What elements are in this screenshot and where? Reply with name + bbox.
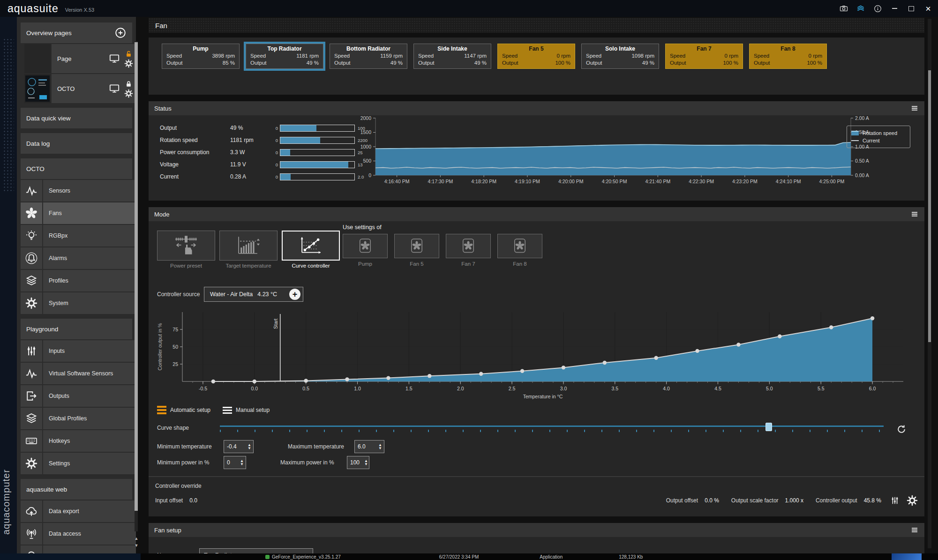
sidebar-item-data-quick-view[interactable]: Data quick view [21, 108, 132, 128]
max-temperature-stepper[interactable]: 6.0▲▼ [354, 440, 384, 453]
svg-text:0.00 A: 0.00 A [855, 172, 869, 178]
monitor-icon[interactable] [108, 82, 120, 95]
add-page-icon[interactable] [114, 27, 127, 39]
sidebar-item-settings[interactable]: Settings [21, 453, 136, 474]
fan-setup-title: Fan setup [154, 527, 181, 534]
sidebar-item-fans[interactable]: Fans [21, 202, 136, 224]
curve-controller-chart[interactable]: 255075-0.50.00.51.01.52.02.53.03.54.04.5… [155, 307, 915, 401]
stepper-arrows-icon[interactable]: ▲▼ [246, 443, 253, 450]
maximize-button[interactable] [906, 3, 916, 14]
add-source-icon[interactable]: + [289, 289, 300, 300]
tab-automatic-setup[interactable]: Automatic setup [157, 406, 210, 414]
main-scrollbar[interactable] [928, 19, 931, 548]
overview-page-item[interactable]: Page [24, 44, 136, 73]
sidebar-scrollbar[interactable] [135, 41, 138, 531]
mode-button-curve-controller[interactable]: Curve controller [282, 231, 340, 269]
lock-open-icon[interactable] [124, 50, 133, 59]
aquacomputer-vertical-brand: aquacomputer [1, 469, 12, 535]
fan-card-bottom-radiator[interactable]: Bottom RadiatorSpeed1159 rpmOutput49 % [330, 44, 407, 69]
page-title: Fan [155, 22, 167, 30]
sidebar-item-global-profiles[interactable]: Global Profiles [21, 408, 136, 429]
fan-card-side-intake[interactable]: Side IntakeSpeed1147 rpmOutput49 % [413, 44, 491, 69]
svg-text:4:18:20 PM: 4:18:20 PM [471, 179, 496, 184]
sidebar-item-virtual-software-sensors[interactable]: Virtual Software Sensors [21, 363, 136, 384]
sidebar-item-data-log[interactable]: Data log [21, 133, 132, 154]
lock-closed-icon[interactable] [124, 80, 133, 89]
sidebar-header-octo[interactable]: OCTO [21, 158, 132, 179]
status-metric-output: Output49 %0100 [160, 122, 368, 134]
slider-handle[interactable] [765, 423, 772, 431]
close-button[interactable]: ✕ [923, 3, 933, 14]
sidebar-item-data-export[interactable]: Data export [21, 500, 136, 522]
reset-curve-icon[interactable] [896, 424, 907, 435]
use-settings-pump[interactable]: Pump [343, 234, 388, 267]
override-gear-icon[interactable] [907, 495, 918, 506]
controller-source-dropdown[interactable]: Water - Air Delta 4.23 °C + [204, 287, 303, 302]
layers-icon [21, 270, 42, 291]
sidebar-item-alarms[interactable]: Alarms [21, 247, 136, 269]
minimize-button[interactable] [889, 3, 900, 14]
stepper-arrows-icon[interactable]: ▲▼ [362, 459, 370, 466]
monitor-icon[interactable] [108, 52, 120, 65]
metric-bar [280, 149, 355, 156]
svg-text:2.5: 2.5 [509, 386, 516, 391]
fan-card-pump[interactable]: PumpSpeed3898 rpmOutput85 % [162, 44, 240, 69]
gear-icon[interactable] [124, 89, 133, 98]
curve-shape-slider[interactable] [220, 424, 884, 434]
sidebar-item-label: Settings [43, 453, 136, 474]
mode-menu-icon[interactable] [910, 210, 919, 218]
stepper-arrows-icon[interactable]: ▲▼ [238, 459, 246, 466]
sidebar-item-sensors[interactable]: Sensors [21, 180, 136, 202]
sidebar-header-playground[interactable]: Playground [21, 319, 132, 339]
overview-page-item[interactable]: OCTO [24, 74, 136, 103]
sidebar: Overview pages Page OCTO [17, 17, 136, 560]
svg-text:1.0: 1.0 [354, 386, 361, 391]
screenshot-camera-icon[interactable] [839, 3, 849, 14]
fan-card-fan-5[interactable]: Fan 5Speed0 rpmOutput100 % [497, 44, 575, 69]
use-settings-fan-8[interactable]: Fan 8 [497, 234, 542, 267]
stepper-arrows-icon[interactable]: ▲▼ [376, 443, 384, 450]
sidebar-header-aquasuite-web[interactable]: aquasuite web [21, 479, 132, 500]
svg-text:4:20:00 PM: 4:20:00 PM [558, 179, 584, 184]
background-taskbar-strip: GeForce_Experience_v3.25.1.27 6/27/2022 … [0, 553, 938, 560]
sidebar-item-label: Global Profiles [43, 408, 136, 429]
sidebar-item-profiles[interactable]: Profiles [21, 270, 136, 291]
fan-icon [394, 234, 439, 258]
sidebar-item-data-access[interactable]: Data access [21, 523, 136, 545]
min-temperature-stepper[interactable]: -0.4▲▼ [224, 440, 254, 453]
info-icon[interactable] [872, 3, 883, 14]
tab-manual-setup[interactable]: Manual setup [223, 407, 270, 414]
gear-icon[interactable] [124, 59, 133, 68]
fan-card-top-radiator[interactable]: Top RadiatorSpeed1181 rpmOutput49 % [246, 44, 323, 69]
svg-text:50: 50 [173, 344, 178, 350]
svg-text:4:20:50 PM: 4:20:50 PM [602, 179, 627, 184]
manual-setup-icon [223, 407, 232, 414]
sidebar-scroll-arrows[interactable]: ▲▼ [134, 535, 139, 549]
use-settings-fan-5[interactable]: Fan 5 [394, 234, 439, 267]
metric-bar [280, 137, 355, 144]
layers-icon [21, 408, 42, 429]
use-settings-fan-7[interactable]: Fan 7 [446, 234, 491, 267]
aqua-logo-icon[interactable] [855, 3, 866, 14]
sidebar-item-rgbpx[interactable]: RGBpx [21, 225, 136, 246]
sidebar-item-label: Hotkeys [43, 430, 136, 452]
sidebar-item-hotkeys[interactable]: Hotkeys [21, 430, 136, 452]
fan-card-fan-7[interactable]: Fan 7Speed0 rpmOutput100 % [665, 44, 743, 69]
mode-button-power-preset[interactable]: Power preset [157, 231, 215, 269]
fan-card-fan-8[interactable]: Fan 8Speed0 rpmOutput100 % [749, 44, 827, 69]
fan-card-solo-intake[interactable]: Solo IntakeSpeed1098 rpmOutput49 % [581, 44, 659, 69]
override-sliders-icon[interactable] [890, 495, 900, 506]
max-power-stepper[interactable]: 100▲▼ [347, 456, 369, 469]
wave-icon [21, 180, 42, 202]
svg-text:4:24:10 PM: 4:24:10 PM [776, 179, 801, 184]
status-menu-icon[interactable] [910, 104, 919, 112]
sidebar-item-inputs[interactable]: Inputs [21, 340, 136, 362]
metric-bar [280, 173, 355, 180]
sidebar-item-label: Alarms [43, 247, 136, 269]
sidebar-item-outputs[interactable]: Outputs [21, 385, 136, 407]
svg-text:6.0: 6.0 [869, 386, 876, 391]
min-power-stepper[interactable]: 0▲▼ [224, 456, 246, 469]
sidebar-item-system[interactable]: System [21, 292, 136, 314]
fan-setup-menu-icon[interactable] [910, 526, 919, 534]
mode-button-target-temperature[interactable]: Target temperature [219, 231, 278, 269]
